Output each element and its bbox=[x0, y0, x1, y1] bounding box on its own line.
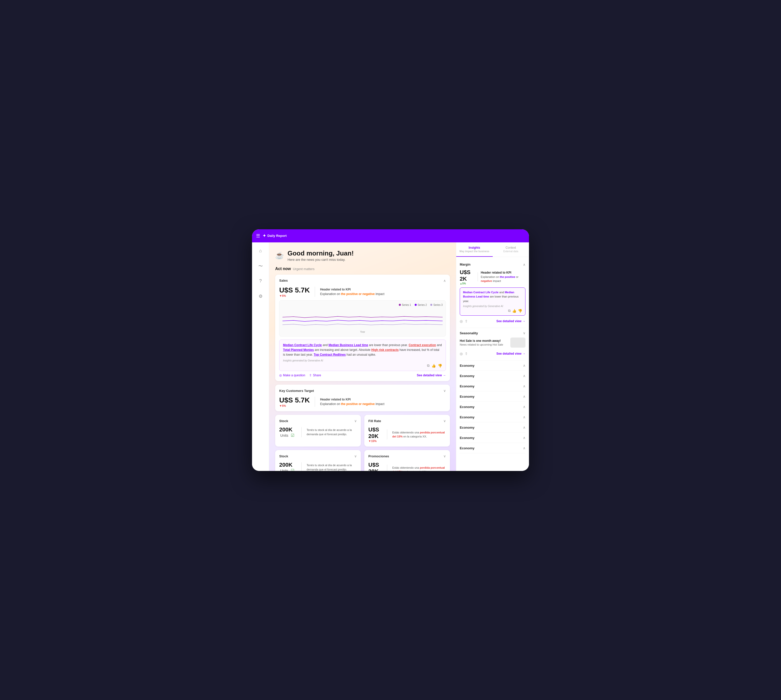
insight-link-3[interactable]: Contract execution bbox=[409, 343, 436, 347]
margin-copy-icon[interactable]: ⧉ bbox=[508, 308, 511, 313]
stock-kpi-row-1: 200K Units ☑ Tenés tu stock al día de ac… bbox=[279, 427, 357, 438]
key-customers-kpi-desc: Header related to KPI Explanation on the… bbox=[320, 397, 384, 406]
menu-icon[interactable]: ☰ bbox=[256, 233, 260, 238]
margin-section-header[interactable]: Margin ∧ bbox=[460, 263, 526, 267]
margin-kpi-value-group: U$S 2K ▲5% bbox=[460, 269, 475, 285]
seasonality-section-header[interactable]: Seasonality ∨ bbox=[460, 331, 526, 335]
arrow-right-icon: → bbox=[443, 373, 446, 377]
margin-section: Margin ∧ U$S 2K ▲5% Header related to KP… bbox=[460, 260, 526, 328]
insight-link-5[interactable]: High risk contracts bbox=[371, 348, 399, 352]
seasonality-see-detail-button[interactable]: See detailed view → bbox=[497, 352, 526, 355]
sales-insight-actions: ⧉ 👍 👎 bbox=[283, 363, 442, 368]
margin-thumbs-down-icon[interactable]: 👎 bbox=[518, 308, 522, 313]
margin-panel-footer: ◎ ⇧ See detailed view → bbox=[460, 318, 526, 325]
sidebar-icon-activity[interactable]: 〜 bbox=[256, 262, 265, 271]
promociones-card: Promociones ∨ U$S 20K ▼15% Estás obtenie… bbox=[364, 450, 450, 471]
economy-row-1[interactable]: Economy ∧ bbox=[460, 360, 526, 371]
margin-share-icon[interactable]: ⇧ bbox=[465, 319, 468, 323]
margin-insight-link-1[interactable]: Median Contract Life Cycle bbox=[463, 291, 499, 294]
margin-kpi-row: U$S 2K ▲5% Header related to KPI Explana… bbox=[460, 269, 526, 285]
margin-chevron-icon: ∧ bbox=[523, 263, 526, 267]
brand-logo: ✦ Daily Report bbox=[263, 233, 287, 238]
greeting-text: Good morning, Juan! Here are the news yo… bbox=[287, 250, 354, 262]
see-detail-button[interactable]: See detailed view → bbox=[417, 373, 446, 377]
sidebar-icon-help[interactable]: ? bbox=[256, 277, 265, 286]
panel-content: Margin ∧ U$S 2K ▲5% Header related to KP… bbox=[456, 257, 529, 471]
fill-rate-kpi-row: U$S 20K ▼15% Estás obteniendo una perdid… bbox=[368, 427, 446, 443]
top-bar: ☰ ✦ Daily Report bbox=[252, 229, 529, 242]
economy-row-9[interactable]: Economy ∧ bbox=[460, 443, 526, 453]
thumbs-down-icon[interactable]: 👎 bbox=[438, 363, 442, 368]
sales-chevron-icon[interactable]: ∧ bbox=[443, 278, 446, 283]
copy-icon[interactable]: ⧉ bbox=[427, 363, 429, 368]
economy-title-5: Economy bbox=[460, 405, 475, 409]
insight-link-6[interactable]: Top Contract Redlines bbox=[314, 353, 346, 357]
check-icon-2: ☑ bbox=[291, 468, 294, 471]
stock-card-2-chevron-icon[interactable]: ∨ bbox=[354, 454, 357, 458]
economy-row-3[interactable]: Economy ∧ bbox=[460, 381, 526, 392]
promociones-chevron-icon[interactable]: ∨ bbox=[443, 454, 446, 458]
tab-insights[interactable]: Insights May impact the business bbox=[456, 242, 493, 257]
promociones-title: Promociones bbox=[368, 454, 389, 458]
stock-kpi-group-2: 200K Units ☑ bbox=[279, 462, 296, 471]
two-col-row-1: Stock ∨ 200K Units ☑ Tenés tu stock al d… bbox=[275, 415, 450, 447]
tab-insights-label: Insights bbox=[459, 246, 490, 250]
economy-title-8: Economy bbox=[460, 436, 475, 440]
stock-kpi-divider-2 bbox=[301, 462, 302, 471]
stock-card-2: Stock ∨ 200K Units ☑ Tenés tu stock al d… bbox=[275, 450, 361, 471]
economy-row-5[interactable]: Economy ∧ bbox=[460, 402, 526, 412]
margin-thumbs-up-icon[interactable]: 👍 bbox=[512, 308, 516, 313]
tab-context[interactable]: Context External data bbox=[493, 242, 529, 257]
share-icon: ⇧ bbox=[309, 373, 312, 377]
greeting-subtitle: Here are the news you can't miss today. bbox=[287, 258, 354, 262]
question-icon: ◎ bbox=[279, 373, 282, 377]
margin-desc-highlight-positive: the positive bbox=[500, 275, 515, 278]
brand-name: Daily Report bbox=[267, 234, 287, 238]
economy-chevron-6: ∧ bbox=[523, 415, 526, 419]
seasonality-text: Hot Sale is one month away! News related… bbox=[460, 339, 503, 346]
key-customers-kpi-badge: ▼5% bbox=[279, 404, 310, 407]
economy-row-4[interactable]: Economy ∧ bbox=[460, 392, 526, 402]
stock-card-1: Stock ∨ 200K Units ☑ Tenés tu stock al d… bbox=[275, 415, 361, 447]
sidebar-icon-settings[interactable]: ⚙ bbox=[256, 292, 265, 301]
seasonality-event-desc: News related to upcoming Hot Sale bbox=[460, 343, 503, 346]
economy-row-6[interactable]: Economy ∧ bbox=[460, 412, 526, 422]
margin-see-detail-button[interactable]: See detailed view → bbox=[497, 319, 526, 323]
economy-row-7[interactable]: Economy ∧ bbox=[460, 422, 526, 433]
seasonality-footer-left: ◎ ⇧ bbox=[460, 352, 468, 356]
sales-kpi-row: U$S 5.7K ▼5% Header related to KPI Expla… bbox=[279, 286, 446, 297]
key-customers-chevron-icon[interactable]: ∨ bbox=[443, 388, 446, 393]
sales-insight-text: Median Contract Life Cycle and Median Bu… bbox=[283, 343, 442, 357]
fill-rate-title: Fill Rate bbox=[368, 419, 381, 423]
stock-card-2-header: Stock ∨ bbox=[279, 454, 357, 458]
legend-label-3: Series 3 bbox=[433, 303, 442, 306]
stock-kpi-divider-1 bbox=[301, 427, 302, 437]
share-button[interactable]: ⇧ Share bbox=[309, 373, 321, 377]
stock-card-1-chevron-icon[interactable]: ∨ bbox=[354, 419, 357, 423]
margin-arrow-right-icon: → bbox=[522, 319, 526, 323]
fill-rate-card: Fill Rate ∨ U$S 20K ▼15% Estás obteniend… bbox=[364, 415, 450, 447]
thumbs-up-icon[interactable]: 👍 bbox=[432, 363, 436, 368]
fill-rate-kpi-badge: ▼15% bbox=[368, 440, 382, 443]
promociones-kpi-group: U$S 20K ▼15% bbox=[368, 462, 382, 471]
legend-label-1: Series 1 bbox=[402, 303, 411, 306]
sidebar: ⌂ 〜 ? ⚙ bbox=[252, 242, 269, 471]
economy-row-8[interactable]: Economy ∧ bbox=[460, 433, 526, 443]
fill-rate-chevron-icon[interactable]: ∨ bbox=[443, 419, 446, 423]
economy-row-2[interactable]: Economy ∧ bbox=[460, 371, 526, 381]
sidebar-icon-home[interactable]: ⌂ bbox=[256, 247, 265, 255]
margin-help-icon[interactable]: ◎ bbox=[460, 319, 463, 323]
sales-kpi-header: Header related to KPI bbox=[320, 288, 350, 291]
seasonality-help-icon[interactable]: ◎ bbox=[460, 352, 463, 356]
content-area: ☕ Good morning, Juan! Here are the news … bbox=[269, 242, 456, 471]
make-question-button[interactable]: ◎ Make a question bbox=[279, 373, 305, 377]
sales-insight-box: Median Contract Life Cycle and Median Bu… bbox=[279, 340, 446, 371]
key-customers-card: Key Customers Target ∨ U$S 5.7K ▼5% Head… bbox=[275, 385, 450, 411]
promociones-kpi-value: U$S 20K bbox=[368, 462, 379, 471]
tab-context-sub: External data bbox=[495, 250, 527, 253]
insight-link-2[interactable]: Median Business Lead time bbox=[329, 343, 368, 347]
insight-link-1[interactable]: Median Contract Life Cycle bbox=[283, 343, 322, 347]
seasonality-share-icon[interactable]: ⇧ bbox=[465, 352, 468, 356]
stock-kpi-value-1: 200K bbox=[279, 427, 292, 433]
insight-link-4[interactable]: Total Planned Monies bbox=[283, 348, 314, 352]
